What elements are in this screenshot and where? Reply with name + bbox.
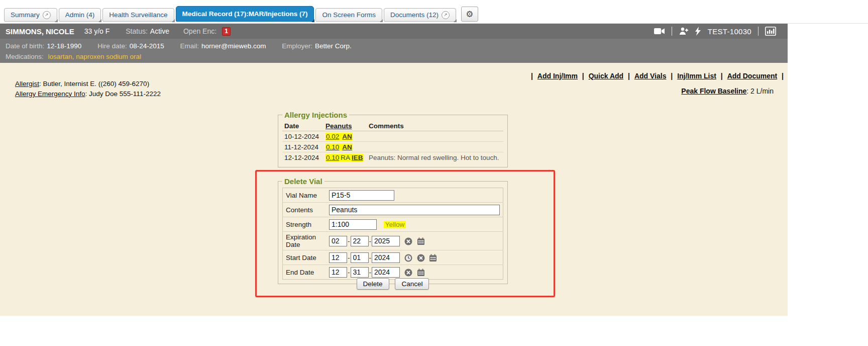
chart-body: | Add Inj/Imm | Quick Add | Add Vials | …	[0, 63, 788, 316]
allergist-link[interactable]: Allergist	[15, 80, 39, 88]
column-header-date: Date	[282, 121, 323, 131]
vial-name-input[interactable]	[329, 190, 394, 201]
medication-link-losartan[interactable]: losartan	[48, 53, 72, 60]
injection-date: 12-12-2024	[282, 152, 323, 163]
external-arrow-glyph: ↗	[444, 13, 448, 17]
injection-row: 12-12-2024 0.10RAIEB Peanuts: Normal red…	[282, 152, 503, 163]
patient-name: SIMMONS, NICOLE	[6, 27, 74, 36]
tab-on-screen-forms[interactable]: On Screen Forms	[315, 8, 382, 22]
divider	[758, 27, 758, 36]
dose-link[interactable]: 0.10	[326, 143, 339, 151]
allergy-contact-info: Allergist: Butler, Internist E. ((260) 4…	[15, 79, 161, 99]
end-year-input[interactable]	[372, 267, 400, 278]
external-link-icon[interactable]: ↗	[442, 11, 450, 19]
dob-label: Date of birth:	[6, 41, 44, 51]
settings-gear-button[interactable]: ⚙	[461, 7, 478, 22]
end-month-input[interactable]	[329, 267, 347, 278]
dose-link[interactable]: 0.02	[326, 133, 339, 140]
video-camera-icon[interactable]	[654, 28, 665, 35]
clear-date-icon[interactable]	[417, 254, 425, 262]
dose-highlight: 0.10AN	[325, 143, 353, 151]
injection-date: 10-12-2024	[282, 131, 323, 142]
contents-input[interactable]	[329, 205, 500, 215]
delete-vial-title: Delete Vial	[282, 177, 324, 186]
calendar-icon[interactable]	[417, 237, 425, 245]
column-header-peanuts-link[interactable]: Peanuts	[325, 122, 352, 130]
gear-icon: ⚙	[466, 9, 473, 20]
strength-label: Strength	[283, 217, 327, 232]
bar-chart-icon[interactable]	[765, 27, 776, 36]
quick-add-link[interactable]: Quick Add	[589, 72, 624, 80]
patient-header-bar: SIMMONS, NICOLE 33 y/o F Status: Active …	[0, 24, 788, 39]
separator: |	[671, 72, 673, 80]
delete-button[interactable]: Delete	[357, 278, 389, 290]
strength-color-note: Yellow	[384, 221, 406, 228]
dob-value: 12-18-1990	[47, 41, 81, 51]
separator: |	[782, 72, 784, 80]
tab-medical-record-label: Medical Record (17):MAR/Injections (7)	[182, 10, 308, 18]
tab-health-surveillance-label: Health Surveillance	[109, 11, 167, 19]
tab-admin[interactable]: Admin (4)	[59, 8, 101, 22]
employer-label: Employer:	[282, 41, 312, 51]
start-day-input[interactable]	[351, 252, 369, 263]
column-header-comments: Comments	[367, 121, 503, 131]
tab-documents-label: Documents (12)	[390, 11, 439, 19]
add-document-link[interactable]: Add Document	[727, 72, 778, 80]
reaction-code-link[interactable]: IEB	[352, 154, 363, 161]
add-vials-link[interactable]: Add Vials	[634, 72, 667, 80]
clear-date-icon[interactable]	[404, 237, 412, 245]
calendar-icon[interactable]	[429, 254, 437, 262]
tab-admin-label: Admin (4)	[65, 11, 95, 19]
allergy-injections-section: Allergy Injections Date Peanuts Comments…	[278, 111, 508, 167]
start-month-input[interactable]	[329, 252, 347, 263]
tab-documents[interactable]: Documents (12) ↗	[384, 8, 456, 22]
dose-link[interactable]: 0.10	[326, 154, 339, 161]
hire-date-value: 08-24-2015	[130, 41, 164, 51]
start-year-input[interactable]	[372, 252, 400, 263]
email-label: Email:	[180, 41, 199, 51]
allergy-injections-title: Allergy Injections	[282, 111, 349, 119]
tab-health-surveillance[interactable]: Health Surveillance	[102, 8, 174, 22]
external-link-icon[interactable]: ↗	[43, 11, 51, 19]
calendar-icon[interactable]	[417, 269, 425, 277]
patient-id: TEST-10030	[708, 27, 751, 36]
separator: |	[628, 72, 630, 80]
clock-icon[interactable]	[404, 254, 412, 262]
cancel-button[interactable]: Cancel	[395, 278, 429, 290]
medication-link-naproxen[interactable]: naproxen sodium oral	[76, 53, 141, 60]
employer-value: Better Corp.	[315, 41, 352, 51]
lightning-bolt-icon[interactable]	[695, 27, 701, 36]
date-separator: -	[348, 254, 350, 262]
tab-medical-record[interactable]: Medical Record (17):MAR/Injections (7)	[176, 6, 314, 22]
date-separator: -	[369, 237, 372, 245]
tab-summary[interactable]: Summary ↗	[4, 8, 57, 22]
delete-vial-actions: Delete Cancel	[278, 278, 508, 290]
allergy-emergency-info-link[interactable]: Allergy Emergency Info	[15, 90, 85, 98]
medication-separator: ,	[72, 53, 74, 60]
inj-imm-list-link[interactable]: Inj/Imm List	[677, 72, 716, 80]
delete-vial-form: Vial Name Contents Strength Yellow Expir…	[282, 188, 503, 280]
peak-flow-baseline: Peak Flow Baseline: 2 L/min	[681, 87, 774, 95]
reaction-code-link[interactable]: AN	[342, 143, 352, 151]
clear-date-icon[interactable]	[404, 269, 412, 277]
date-separator: -	[348, 237, 350, 245]
expiration-month-input[interactable]	[329, 236, 347, 246]
injection-row: 11-12-2024 0.10AN	[282, 142, 503, 152]
end-day-input[interactable]	[351, 267, 369, 278]
expiration-year-input[interactable]	[372, 236, 400, 246]
strength-input[interactable]	[329, 219, 377, 230]
peak-flow-link[interactable]: Peak Flow Baseline	[681, 87, 746, 95]
expiration-day-input[interactable]	[351, 236, 369, 246]
status-value: Active	[150, 27, 169, 35]
start-date-label: Start Date	[283, 250, 327, 265]
add-inj-imm-link[interactable]: Add Inj/Imm	[537, 72, 578, 80]
date-separator: -	[369, 269, 372, 276]
add-person-icon[interactable]	[679, 27, 689, 35]
email-value: horner@mieweb.com	[201, 41, 266, 51]
injection-date: 11-12-2024	[282, 142, 323, 152]
open-enc-badge[interactable]: 1	[222, 27, 231, 36]
reaction-code-link[interactable]: AN	[342, 133, 352, 140]
divider	[672, 27, 672, 36]
quick-links: | Add Inj/Imm | Quick Add | Add Vials | …	[531, 72, 784, 80]
date-separator: -	[369, 254, 372, 262]
